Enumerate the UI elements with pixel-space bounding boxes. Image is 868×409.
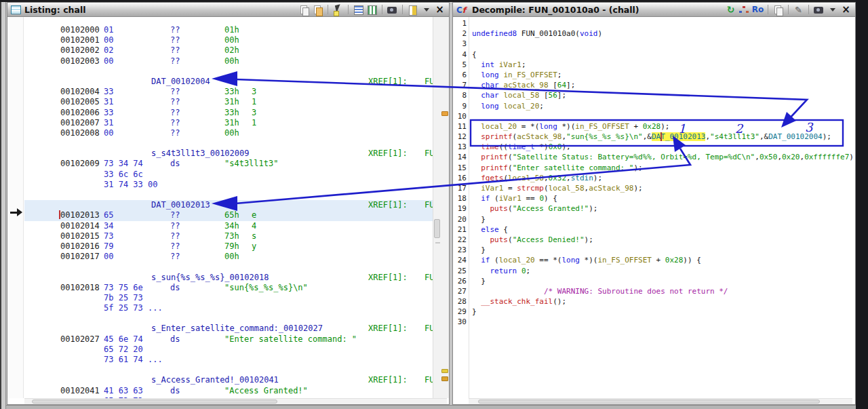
listing-data-row[interactable]: 0010200300??00h [24, 56, 433, 66]
listing-data-row[interactable]: 0010201573??73hs [24, 231, 433, 241]
code-line[interactable]: 1 [453, 18, 853, 28]
code-line[interactable]: 8 char local_58 [56]; [453, 90, 853, 100]
listing-data-row[interactable]: 0010201365??65he [24, 210, 433, 220]
code-text: { [472, 50, 853, 60]
listing-data-row[interactable]: 0010200100??00h [24, 35, 433, 45]
xref-header: XREF[1]: [368, 273, 408, 283]
line-number: 24 [453, 255, 467, 265]
listing-data-row[interactable]: 0010200531??31h1 [24, 97, 433, 107]
listing-view[interactable]: 0010200001??01h0010200100??00h0010200202… [24, 17, 433, 398]
code-line[interactable]: 18 if (iVar1 == 0) { [453, 193, 853, 203]
code-line[interactable]: 24 if (local_20 == *(long *)(in_FS_OFFSE… [453, 255, 853, 265]
menu-caret-icon[interactable] [827, 4, 838, 16]
code-line[interactable]: 16 fgets(local_58,0x32,stdin); [453, 173, 853, 183]
listing-vertical-scrollbar[interactable] [433, 17, 449, 398]
listing-bytes-row[interactable]: 7b 25 73 [24, 293, 433, 303]
code-line[interactable]: 30 [453, 317, 853, 327]
listing-label-row[interactable]: DAT_00102004XREF[1]:FU [24, 77, 433, 87]
bookmark-icon[interactable] [407, 4, 418, 16]
decompile-view[interactable]: 12undefined8 FUN_001010a0(void)34{5 int … [453, 17, 853, 398]
listing-data-row[interactable]: 0010201700??00h [24, 252, 433, 262]
code-line[interactable]: 20 } [453, 214, 853, 225]
listing-blank-row [24, 262, 433, 272]
code-line[interactable]: 2undefined8 FUN_001010a0(void) [453, 28, 853, 39]
listing-data-row[interactable]: 0010204141 63 63ds"Access Granted!" [24, 386, 433, 396]
xref-reference: FU [425, 149, 433, 159]
code-line[interactable]: 5 int iVar1; [453, 60, 853, 70]
snapshot-icon[interactable] [813, 4, 825, 16]
listing-data-row[interactable]: 0010200433??33h3 [24, 87, 433, 97]
paste-icon[interactable] [312, 4, 323, 16]
decompile-titlebar[interactable]: Cf Decompile: FUN_001010a0 - (chall) ↻Ro… [453, 3, 855, 17]
code-line[interactable]: 10 [453, 111, 853, 121]
code-line[interactable]: 7 char acStack_98 [64]; [453, 80, 853, 90]
listing-data-row[interactable]: 0010201434??34h4 [24, 221, 433, 231]
xref-reference: FU [425, 375, 433, 385]
decompile-hscroll-thumb[interactable] [478, 400, 820, 404]
code-line[interactable]: 21 else { [453, 225, 853, 235]
listing-data-row[interactable]: 0010201873 75 6eds"sun{%s_%s_%s}\n" [24, 283, 433, 293]
graph-icon[interactable] [738, 4, 750, 16]
listing-bytes-row[interactable]: 5f 25 73 ... [24, 303, 433, 313]
listing-hscroll-thumb[interactable] [32, 400, 277, 404]
listing-titlebar[interactable]: Listing: chall × [7, 3, 449, 17]
code-line[interactable]: 26 } [453, 276, 853, 286]
close-icon[interactable]: × [434, 4, 446, 16]
listing-data-row[interactable]: 0010200202??02h [24, 45, 433, 56]
snapshot-icon[interactable] [387, 4, 398, 16]
diff-view-icon[interactable] [366, 4, 378, 16]
listing-data-row[interactable]: 0010200633??33h3 [24, 108, 433, 118]
edit-icon[interactable]: ✎ [793, 4, 804, 16]
menu-caret-icon[interactable] [420, 4, 432, 16]
code-line[interactable]: 15 printf("Enter satellite command: "); [453, 163, 853, 173]
listing-label-row[interactable]: s_s4t3ll1t3_00102009XREF[1]:FU [24, 149, 433, 159]
code-line[interactable]: 4{ [453, 50, 853, 60]
code-line[interactable]: 14 printf("Satellite Status: Battery=%d%… [453, 152, 853, 162]
code-line[interactable]: 11 local_20 = *(long *)(in_FS_OFFSET + 0… [453, 121, 853, 132]
operand: "s4t3ll1t3" [224, 159, 278, 169]
code-line[interactable]: 3 [453, 39, 853, 49]
code-line[interactable]: 12 sprintf(acStack_98,"sun{%s_%s_%s}\n",… [453, 132, 853, 142]
code-line[interactable]: 9 long local_20; [453, 101, 853, 111]
decompile-horizontal-scrollbar[interactable] [469, 398, 852, 404]
field-display-icon[interactable] [353, 4, 364, 16]
listing-data-row[interactable]: 0010200973 34 74ds"s4t3ll1t3" [24, 159, 433, 169]
listing-vscroll-thumb[interactable] [434, 219, 440, 238]
listing-bytes-row[interactable]: 65 72 20 [24, 345, 433, 355]
code-line[interactable]: 19 puts("Access Granted!"); [453, 203, 853, 214]
refresh-icon[interactable]: ↻ [725, 4, 736, 16]
listing-data-row[interactable]: 0010200800??00h [24, 128, 433, 138]
operand: 79h [224, 241, 239, 252]
listing-label-row[interactable]: s_Access_Granted!_00102041XREF[1]:FU [24, 375, 433, 385]
highlighted-token[interactable]: DAT_00102013 [652, 132, 705, 141]
listing-label-row[interactable]: s_sun{%s_%s_%s}_00102018XREF[1]:FU [24, 273, 433, 283]
listing-bytes-row[interactable]: 31 74 33 00 [24, 180, 433, 190]
code-line[interactable]: 17 iVar1 = strcmp(local_58,acStack_98); [453, 183, 853, 193]
bytes: 73 75 6e [104, 283, 143, 293]
listing-data-row[interactable]: 0010201679??79hy [24, 241, 433, 252]
listing-data-row[interactable]: 0010200731??31h1 [24, 118, 433, 128]
code-line[interactable]: 29} [453, 307, 853, 317]
listing-data-row[interactable]: 0010202745 6e 74ds"Enter satellite comma… [24, 334, 433, 345]
code-line[interactable]: 23 } [453, 245, 853, 255]
cursor-arrow-icon[interactable] [332, 4, 344, 16]
mnemonic: ?? [170, 56, 180, 66]
listing-blank-row [24, 66, 433, 77]
listing-bytes-row[interactable]: 73 61 74 ... [24, 355, 433, 365]
listing-horizontal-scrollbar[interactable] [24, 398, 447, 404]
listing-label-row[interactable]: DAT_00102013XREF[1]:FU [24, 200, 433, 210]
code-line[interactable]: 28 __stack_chk_fail(); [453, 296, 853, 307]
close-icon[interactable]: × [840, 4, 852, 16]
rename-icon[interactable]: Ro [752, 4, 764, 16]
listing-bytes-row[interactable]: 33 6c 6c [24, 170, 433, 180]
address: 00102001 [60, 35, 100, 45]
listing-label-row[interactable]: s_Enter_satellite_command:_00102027XREF[… [24, 324, 433, 334]
copy-icon[interactable] [772, 4, 784, 16]
listing-data-row[interactable]: 0010200001??01h [24, 25, 433, 35]
code-line[interactable]: 22 puts("Access Denied!"); [453, 235, 853, 245]
code-line[interactable]: 6 long in_FS_OFFSET; [453, 70, 853, 80]
code-line[interactable]: 13 time((time_t *)0x0); [453, 142, 853, 152]
copy-icon[interactable] [298, 4, 310, 16]
code-line[interactable]: 27 /* WARNING: Subroutine does not retur… [453, 286, 853, 296]
code-line[interactable]: 25 return 0; [453, 266, 853, 276]
